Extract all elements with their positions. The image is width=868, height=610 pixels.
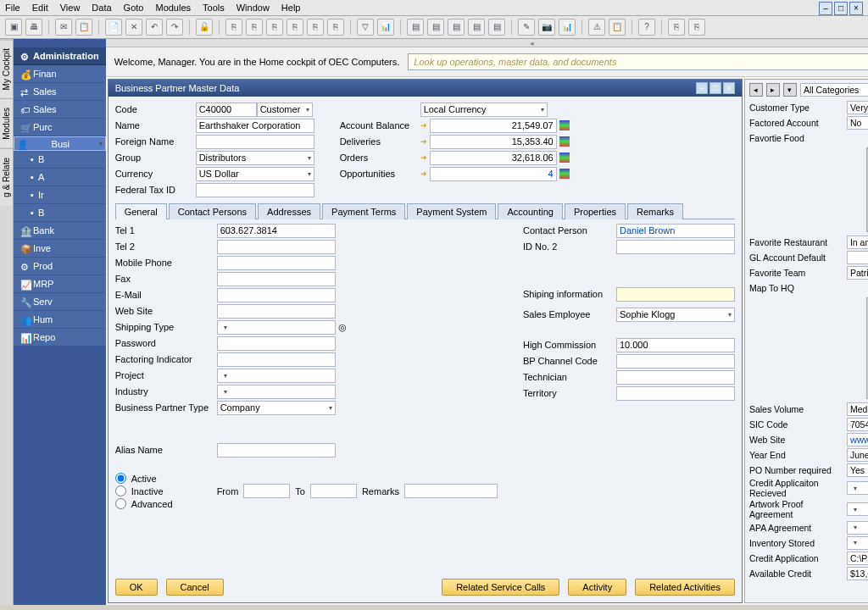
toolbar-btn-18[interactable]: ▤ xyxy=(407,19,424,36)
udf-next-button[interactable]: ▸ xyxy=(766,83,780,97)
app-minimize-button[interactable]: – xyxy=(819,2,832,15)
toolbar-btn-8[interactable]: ↷ xyxy=(166,19,183,36)
tab-remarks[interactable]: Remarks xyxy=(627,203,683,219)
toolbar-btn-24[interactable]: 📷 xyxy=(538,19,555,36)
tech-field[interactable] xyxy=(616,370,735,385)
sidebar-sub-1[interactable]: ▪B xyxy=(14,151,106,169)
avail-field[interactable]: $13,665.18 xyxy=(847,567,868,580)
territory-field[interactable] xyxy=(616,386,735,401)
toolbar-btn-13[interactable]: ⎘ xyxy=(287,19,303,36)
related-activities-button[interactable]: Related Activities xyxy=(635,579,735,596)
menu-window[interactable]: Window xyxy=(236,3,270,13)
opp-field[interactable]: 4 xyxy=(430,167,557,181)
radio-inactive[interactable]: Inactive xyxy=(115,485,217,496)
poreq-select[interactable]: Yes xyxy=(847,463,868,477)
cancel-button[interactable]: Cancel xyxy=(166,579,224,596)
menu-goto[interactable]: Goto xyxy=(124,3,144,13)
toolbar-btn-7[interactable]: ↶ xyxy=(146,19,163,36)
menu-modules[interactable]: Modules xyxy=(155,3,191,13)
toolbar-btn-22[interactable]: ▤ xyxy=(488,19,505,36)
sidebar-sales-opp[interactable]: ⇄Sales xyxy=(14,83,106,101)
website-field[interactable] xyxy=(217,304,336,319)
menu-edit[interactable]: Edit xyxy=(32,3,48,13)
sic-field[interactable]: 7054 xyxy=(847,418,868,431)
factoring-field[interactable] xyxy=(217,352,336,367)
sidebar-purchasing[interactable]: 🛒Purc xyxy=(14,119,106,136)
toolbar-btn-11[interactable]: ⎘ xyxy=(246,19,263,36)
drill-icon[interactable]: ➜ xyxy=(420,137,427,146)
deliv-field[interactable]: 15,353.40 xyxy=(430,135,557,149)
alias-field[interactable] xyxy=(217,443,336,458)
toolbar-btn-5[interactable]: 📄 xyxy=(105,19,122,36)
sidebar-mrp[interactable]: 📈MRP xyxy=(14,275,106,293)
toolbar-btn-1[interactable]: ▣ xyxy=(5,19,22,36)
yearend-select[interactable]: June xyxy=(847,448,868,462)
drill-icon[interactable]: ➜ xyxy=(420,121,427,130)
password-field[interactable] xyxy=(217,336,336,351)
menu-file[interactable]: File xyxy=(5,3,20,13)
credappfile-field[interactable]: C:\Program Files\SA xyxy=(847,552,868,565)
win-maximize-button[interactable]: □ xyxy=(709,82,721,94)
group-select[interactable]: Distributors xyxy=(196,151,314,165)
sidebar-sub-2[interactable]: ▪A xyxy=(14,169,106,186)
toolbar-btn-14[interactable]: ⎘ xyxy=(307,19,324,36)
sidebar-banking[interactable]: 🏦Bank xyxy=(14,222,106,240)
vtab-modules[interactable]: Modules xyxy=(0,98,13,148)
inv-select[interactable] xyxy=(847,536,868,550)
tab-payment-system[interactable]: Payment System xyxy=(407,203,496,219)
toolbar-alert-icon[interactable]: ⚠ xyxy=(588,19,605,36)
chart-icon[interactable] xyxy=(559,120,570,130)
search-input[interactable]: Look up operations, master data, and doc… xyxy=(408,53,868,70)
sidebar-service[interactable]: 🔧Serv xyxy=(14,293,106,311)
toolbar-btn-17[interactable]: 📊 xyxy=(377,19,394,36)
toolbar-btn-2[interactable]: 🖶 xyxy=(25,19,42,36)
industry-select[interactable] xyxy=(217,385,336,399)
chart-icon[interactable] xyxy=(559,169,570,179)
win-minimize-button[interactable]: – xyxy=(696,82,708,94)
toolbar-btn-9[interactable]: 🔓 xyxy=(196,19,213,36)
chart-icon[interactable] xyxy=(559,152,570,163)
glacct-field[interactable] xyxy=(847,251,868,264)
sidebar-sub-4[interactable]: ▪B xyxy=(14,204,106,222)
toolbar-btn-4[interactable]: 📋 xyxy=(75,19,92,36)
vtab-cockpit[interactable]: My Cockpit xyxy=(0,39,13,98)
cfl-icon[interactable]: ◎ xyxy=(338,322,347,333)
chart-icon[interactable] xyxy=(559,136,570,147)
app-restore-button[interactable]: □ xyxy=(834,2,848,15)
from-field[interactable] xyxy=(243,484,290,498)
orders-field[interactable]: 32,618.06 xyxy=(430,151,557,165)
toolbar-btn-27[interactable]: 📋 xyxy=(609,19,626,36)
tab-general[interactable]: General xyxy=(115,203,167,219)
related-service-calls-button[interactable]: Related Service Calls xyxy=(442,579,559,596)
acct-bal-field[interactable]: 21,549.07 xyxy=(430,119,557,133)
toolbar-btn-25[interactable]: 📊 xyxy=(559,19,576,36)
drill-icon[interactable]: ➜ xyxy=(420,169,427,178)
toolbar-help-icon[interactable]: ? xyxy=(638,19,655,36)
sidebar-inventory[interactable]: 📦Inve xyxy=(14,240,106,258)
menu-view[interactable]: View xyxy=(60,3,81,13)
artwork-select[interactable] xyxy=(847,502,868,516)
sidebar-sub-3[interactable]: ▪Ir xyxy=(14,186,106,204)
chcode-field[interactable] xyxy=(616,354,735,369)
radio-advanced[interactable]: Advanced xyxy=(115,498,217,509)
local-currency-select[interactable]: Local Currency xyxy=(420,103,548,117)
favrest-field[interactable]: In and Out xyxy=(847,236,868,249)
tab-contacts[interactable]: Contact Persons xyxy=(169,203,256,219)
salesvol-select[interactable]: Medium xyxy=(847,402,868,416)
toolbar-btn-3[interactable]: ✉ xyxy=(55,19,72,36)
drill-icon[interactable]: ➜ xyxy=(420,153,427,162)
sidebar-hr[interactable]: 👥Hum xyxy=(14,311,106,329)
tab-payment-terms[interactable]: Payment Terms xyxy=(322,203,405,219)
tel1-field[interactable]: 603.627.3814 xyxy=(217,224,336,238)
favteam-select[interactable]: Patriots xyxy=(847,266,868,280)
tab-addresses[interactable]: Addresses xyxy=(258,203,320,219)
email-field[interactable] xyxy=(217,288,336,302)
udf-dropdown-button[interactable]: ▾ xyxy=(783,83,797,97)
menu-data[interactable]: Data xyxy=(92,3,111,13)
collapse-handle[interactable]: ◂ xyxy=(106,39,868,47)
toolbar-btn-21[interactable]: ▤ xyxy=(468,19,485,36)
to-field[interactable] xyxy=(310,484,357,498)
tel2-field[interactable] xyxy=(217,240,336,254)
menu-tools[interactable]: Tools xyxy=(203,3,225,13)
win-close-button[interactable]: × xyxy=(723,82,735,94)
